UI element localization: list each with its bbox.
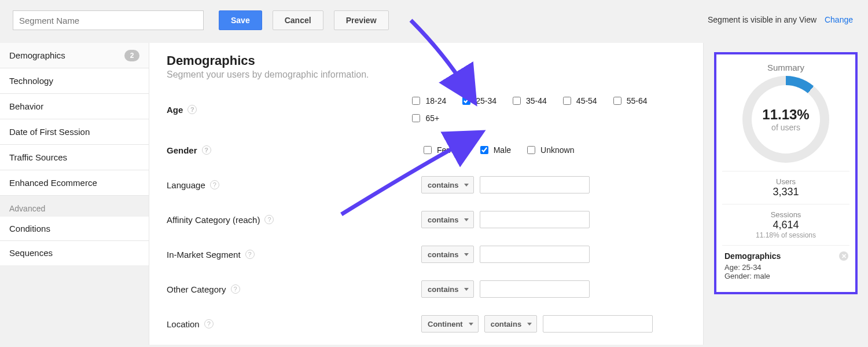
affinity-value-input[interactable] bbox=[480, 211, 590, 228]
change-visibility-link[interactable]: Change bbox=[825, 15, 853, 24]
select-value: contains bbox=[428, 285, 458, 294]
gender-option-female[interactable]: Female bbox=[421, 144, 464, 156]
summary-sessions-sub: 11.18% of sessions bbox=[722, 231, 849, 239]
segment-editor: Save Cancel Preview Segment is visible i… bbox=[0, 0, 868, 347]
users-donut-chart: 11.13% of users bbox=[742, 76, 829, 163]
help-icon[interactable]: ? bbox=[204, 319, 214, 328]
age-checkbox-65plus[interactable] bbox=[412, 114, 420, 122]
affinity-label-text: Affinity Category (reach) bbox=[167, 215, 260, 225]
age-option-55-64[interactable]: 55-64 bbox=[611, 95, 648, 107]
donut-sublabel: of users bbox=[762, 123, 809, 132]
age-option-35-44[interactable]: 35-44 bbox=[510, 95, 547, 107]
inmarket-label-text: In-Market Segment bbox=[167, 250, 241, 260]
gender-checkbox-male[interactable] bbox=[480, 146, 488, 154]
summary-users-stat: Users 3,331 bbox=[722, 171, 849, 204]
age-checkbox-35-44[interactable] bbox=[513, 97, 521, 105]
page-subtitle: Segment your users by demographic inform… bbox=[167, 70, 686, 80]
summary-users-value: 3,331 bbox=[722, 186, 849, 198]
age-option-18-24[interactable]: 18-24 bbox=[410, 95, 446, 107]
gender-option-unknown[interactable]: Unknown bbox=[525, 144, 574, 156]
location-value-input[interactable] bbox=[543, 315, 653, 333]
sidebar-section-advanced: Advanced bbox=[0, 196, 149, 217]
language-value-input[interactable] bbox=[480, 176, 590, 193]
help-icon[interactable]: ? bbox=[210, 180, 219, 189]
sidebar-item-traffic-sources[interactable]: Traffic Sources bbox=[0, 145, 149, 170]
age-option-label: 45-54 bbox=[576, 96, 597, 105]
age-checkbox-25-34[interactable] bbox=[462, 97, 470, 105]
preview-button[interactable]: Preview bbox=[334, 10, 389, 30]
select-value: contains bbox=[428, 181, 458, 189]
language-controls: contains bbox=[421, 176, 590, 193]
sidebar-item-demographics[interactable]: Demographics 2 bbox=[0, 43, 149, 68]
sidebar-item-conditions[interactable]: Conditions bbox=[0, 217, 149, 241]
age-option-label: 35-44 bbox=[526, 96, 547, 105]
age-label-text: Age bbox=[167, 105, 183, 115]
caret-down-icon bbox=[464, 218, 469, 221]
age-option-label: 55-64 bbox=[627, 96, 648, 105]
sidebar-item-behavior[interactable]: Behavior bbox=[0, 94, 149, 119]
language-match-select[interactable]: contains bbox=[421, 176, 474, 193]
inmarket-match-select[interactable]: contains bbox=[421, 246, 474, 263]
summary-sessions-stat: Sessions 4,614 11.18% of sessions bbox=[722, 204, 849, 245]
location-label-text: Location bbox=[167, 319, 200, 329]
gender-option-label: Female bbox=[437, 145, 464, 155]
sidebar-item-label: Demographics bbox=[9, 50, 65, 60]
help-icon[interactable]: ? bbox=[187, 105, 197, 114]
inmarket-label: In-Market Segment ? bbox=[167, 250, 421, 260]
othercat-value-input[interactable] bbox=[480, 280, 590, 298]
age-checkbox-45-54[interactable] bbox=[563, 97, 571, 105]
age-option-65plus[interactable]: 65+ bbox=[410, 112, 439, 124]
inmarket-value-input[interactable] bbox=[480, 246, 590, 263]
gender-controls: Female Male Unknown bbox=[421, 144, 582, 156]
gender-option-male[interactable]: Male bbox=[478, 144, 511, 156]
location-row: Location ? Continent contains bbox=[167, 315, 686, 333]
age-option-45-54[interactable]: 45-54 bbox=[561, 95, 597, 107]
age-option-25-34[interactable]: 25-34 bbox=[460, 95, 496, 107]
age-option-label: 65+ bbox=[425, 114, 439, 123]
save-button[interactable]: Save bbox=[219, 10, 262, 30]
caret-down-icon bbox=[464, 288, 469, 291]
caret-down-icon bbox=[469, 323, 473, 326]
othercat-label: Other Category ? bbox=[167, 284, 421, 294]
remove-filter-icon[interactable]: ✕ bbox=[839, 251, 848, 261]
summary-applied-filters: ✕ Demographics Age: 25-34 Gender: male bbox=[722, 245, 849, 286]
segment-name-input[interactable] bbox=[13, 10, 204, 30]
sidebar-item-sequences[interactable]: Sequences bbox=[0, 241, 149, 265]
sidebar-badge: 2 bbox=[124, 50, 139, 61]
caret-down-icon bbox=[527, 323, 532, 326]
help-icon[interactable]: ? bbox=[202, 145, 211, 155]
main-panel: Demographics Segment your users by demog… bbox=[149, 43, 704, 345]
location-match-select[interactable]: contains bbox=[484, 315, 537, 333]
gender-checkbox-female[interactable] bbox=[424, 146, 432, 154]
language-label-text: Language bbox=[167, 180, 205, 190]
age-checkbox-55-64[interactable] bbox=[613, 97, 621, 105]
cancel-button[interactable]: Cancel bbox=[273, 10, 323, 30]
gender-checkbox-unknown[interactable] bbox=[527, 146, 535, 154]
help-icon[interactable]: ? bbox=[264, 215, 274, 224]
othercat-controls: contains bbox=[421, 280, 590, 298]
gender-option-label: Unknown bbox=[540, 145, 574, 155]
location-label: Location ? bbox=[167, 319, 421, 329]
sidebar-item-enhanced-ecommerce[interactable]: Enhanced Ecommerce bbox=[0, 170, 149, 196]
sidebar-item-technology[interactable]: Technology bbox=[0, 68, 149, 94]
help-icon[interactable]: ? bbox=[245, 250, 255, 259]
users-donut-wrap: 11.13% of users bbox=[722, 76, 849, 163]
inmarket-controls: contains bbox=[421, 246, 590, 263]
affinity-match-select[interactable]: contains bbox=[421, 211, 474, 228]
help-icon[interactable]: ? bbox=[231, 284, 240, 294]
caret-down-icon bbox=[464, 253, 469, 256]
select-value: contains bbox=[491, 320, 521, 328]
sidebar-item-first-session[interactable]: Date of First Session bbox=[0, 119, 149, 145]
select-value: contains bbox=[428, 215, 458, 224]
age-checkbox-18-24[interactable] bbox=[412, 97, 420, 105]
applied-group-title: Demographics bbox=[724, 251, 847, 261]
othercat-label-text: Other Category bbox=[167, 284, 226, 294]
othercat-match-select[interactable]: contains bbox=[421, 280, 474, 298]
location-dimension-select[interactable]: Continent bbox=[421, 315, 479, 333]
summary-title: Summary bbox=[722, 63, 849, 72]
action-button-row: Save Cancel Preview bbox=[219, 10, 389, 30]
location-controls: Continent contains bbox=[421, 315, 653, 333]
affinity-label: Affinity Category (reach) ? bbox=[167, 215, 421, 225]
summary-sessions-label: Sessions bbox=[722, 210, 849, 219]
donut-percent: 11.13% bbox=[762, 107, 809, 123]
